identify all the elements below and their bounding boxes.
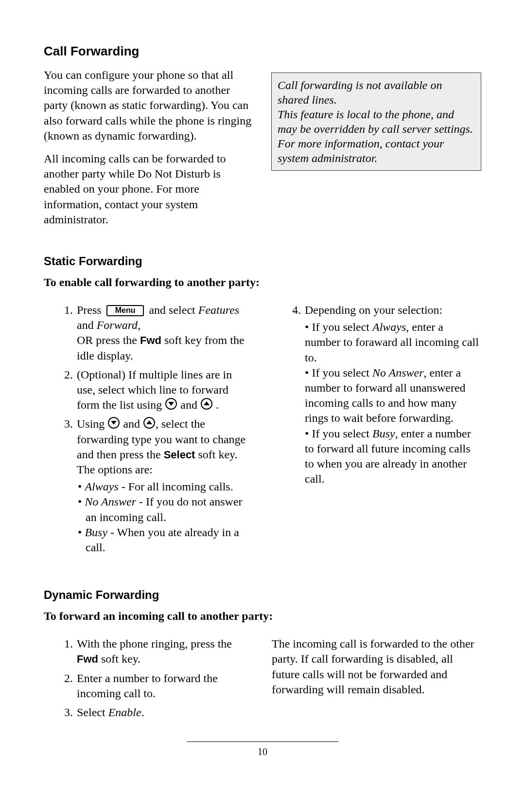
section-heading-call-forwarding: Call Forwarding [44, 44, 481, 59]
features-term: Features [198, 304, 239, 316]
text: OR press the [77, 334, 140, 346]
dynamic-col-left: With the phone ringing, press the Fwd so… [44, 636, 253, 724]
noanswer-term: No Answer [85, 495, 136, 508]
text: Press [77, 304, 105, 316]
footer-rule [187, 741, 338, 742]
static-steps-columns: Press Menu and select Features and Forwa… [44, 303, 481, 559]
select-softkey-label: Select [164, 449, 195, 461]
depending-on-selection-list: If you select Always, enter a number to … [305, 320, 481, 487]
enable-term: Enable [108, 706, 141, 719]
subsection-heading-dynamic: Dynamic Forwarding [44, 588, 481, 602]
text: If you select [312, 321, 372, 333]
note-line-2: This feature is local to the phone, and … [278, 107, 475, 136]
text: Depending on your selection: [305, 304, 442, 316]
depend-busy: If you select Busy, enter a number to fo… [305, 426, 481, 487]
text: Select [77, 706, 108, 719]
static-steps-list-cont: Depending on your selection: If you sele… [272, 303, 481, 487]
option-busy: Busy - When you ate already in a call. [86, 525, 253, 555]
depend-always: If you select Always, enter a number to … [305, 320, 481, 365]
busy-term: Busy [85, 526, 107, 539]
arrow-up-icon [143, 417, 155, 429]
text: . [141, 706, 144, 719]
fwd-softkey-label: Fwd [77, 653, 98, 665]
document-page: Call Forwarding You can configure your p… [0, 0, 525, 724]
static-col-right: Depending on your selection: If you sele… [272, 303, 481, 490]
dynamic-lead-text: To forward an incoming call to another p… [44, 609, 481, 624]
text: Using [77, 417, 107, 430]
text: and [120, 417, 143, 430]
depend-no-answer: If you select No Answer, enter a number … [305, 365, 481, 426]
forward-term: Forward [97, 319, 138, 331]
static-step-4: Depending on your selection: If you sele… [304, 303, 481, 487]
text: If you select [312, 366, 372, 379]
dynamic-step-1: With the phone ringing, press the Fwd so… [76, 636, 253, 667]
always-term: Always [85, 480, 118, 493]
dynamic-steps-list: With the phone ringing, press the Fwd so… [44, 636, 253, 720]
intro-text: You can configure your phone so that all… [44, 68, 253, 235]
text: . [213, 398, 219, 411]
menu-hardkey-icon: Menu [106, 305, 144, 316]
static-step-3: Using and , select the forwarding type y… [76, 416, 253, 555]
static-col-left: Press Menu and select Features and Forwa… [44, 303, 253, 559]
forwarding-type-options: Always - For all incoming calls. No Answ… [77, 479, 253, 555]
option-always: Always - For all incoming calls. [86, 479, 253, 494]
always-term: Always [372, 321, 406, 333]
static-lead-text: To enable call forwarding to another par… [44, 275, 481, 290]
subsection-heading-static: Static Forwarding [44, 254, 481, 268]
arrow-up-icon [201, 398, 212, 410]
dynamic-col-right: The incoming call is forwarded to the ot… [272, 636, 481, 697]
note-box: Call forwarding is not available on shar… [271, 72, 481, 171]
arrow-down-icon [165, 398, 177, 410]
static-steps-list: Press Menu and select Features and Forwa… [44, 303, 253, 555]
text: and select [146, 304, 198, 316]
dynamic-step-2: Enter a number to forward the incoming c… [76, 671, 253, 701]
dynamic-steps-columns: With the phone ringing, press the Fwd so… [44, 636, 481, 724]
text: With the phone ringing, press the [77, 637, 232, 650]
fwd-softkey-label: Fwd [140, 334, 161, 346]
static-step-2: (Optional) If multiple lines are in use,… [76, 367, 253, 413]
intro-row: You can configure your phone so that all… [44, 68, 481, 235]
page-number: 10 [0, 746, 525, 758]
intro-paragraph-2: All incoming calls can be forwarded to a… [44, 151, 253, 227]
text: soft key. [98, 652, 140, 665]
busy-term: Busy [372, 427, 395, 440]
noanswer-term: No Answer [372, 366, 424, 379]
dynamic-step-3: Select Enable. [76, 705, 253, 720]
text: If you select [312, 427, 372, 440]
text: and [177, 398, 200, 411]
text: , [138, 319, 140, 331]
note-line-3: For more information, contact your syste… [278, 136, 475, 165]
arrow-down-icon [108, 417, 120, 429]
note-line-1: Call forwarding is not available on shar… [278, 78, 475, 107]
text: - For all incoming calls. [119, 480, 233, 493]
option-no-answer: No Answer - If you do not answer an inco… [86, 494, 253, 524]
text: and [77, 319, 97, 331]
dynamic-result-paragraph: The incoming call is forwarded to the ot… [272, 636, 481, 697]
text: - When you ate already in a call. [86, 526, 239, 554]
intro-paragraph-1: You can configure your phone so that all… [44, 68, 253, 144]
static-step-1: Press Menu and select Features and Forwa… [76, 303, 253, 363]
